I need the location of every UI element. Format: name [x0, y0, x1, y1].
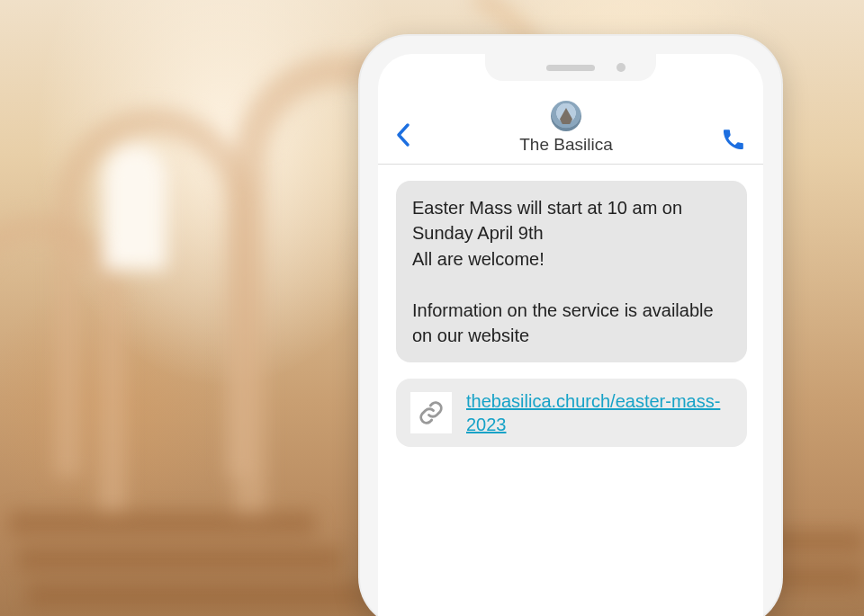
- message-bubble[interactable]: Easter Mass will start at 10 am on Sunda…: [396, 181, 747, 362]
- phone-frame: The Basilica Easter Mass will start at 1…: [358, 34, 783, 616]
- phone-notch: [485, 54, 656, 81]
- chat-header: The Basilica: [378, 95, 763, 165]
- link-url[interactable]: thebasilica.church/​easter-mass-2023: [466, 389, 733, 436]
- bg-window: [104, 144, 166, 270]
- contact-title-wrap[interactable]: The Basilica: [416, 101, 716, 155]
- phone-camera: [616, 63, 626, 72]
- message-list[interactable]: Easter Mass will start at 10 am on Sunda…: [378, 165, 763, 447]
- contact-avatar: [551, 101, 581, 131]
- bg-pew: [27, 584, 369, 607]
- phone-speaker: [546, 65, 595, 71]
- call-button[interactable]: [716, 124, 751, 155]
- scene: The Basilica Easter Mass will start at 1…: [0, 0, 864, 616]
- bg-pew: [18, 548, 342, 571]
- chevron-left-icon: [396, 123, 410, 147]
- message-text: Easter Mass will start at 10 am on Sunda…: [412, 198, 714, 345]
- link-icon: [418, 399, 445, 426]
- phone-icon: [722, 128, 745, 151]
- back-button[interactable]: [391, 120, 416, 155]
- link-preview-bubble[interactable]: thebasilica.church/​easter-mass-2023: [396, 379, 747, 447]
- link-thumbnail: [410, 392, 452, 433]
- contact-name: The Basilica: [519, 135, 613, 155]
- bg-pew: [9, 512, 315, 535]
- phone-screen: The Basilica Easter Mass will start at 1…: [378, 54, 763, 616]
